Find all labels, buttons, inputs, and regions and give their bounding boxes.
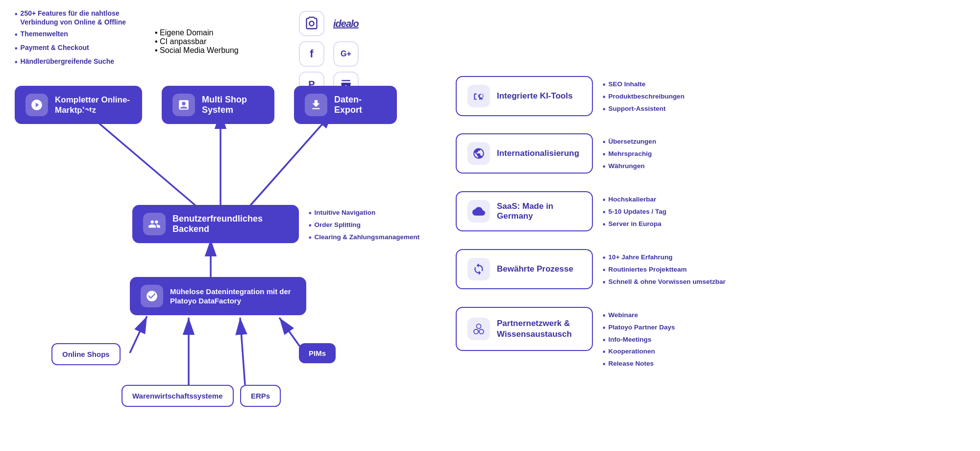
bullet-icon: • <box>15 30 18 40</box>
saas-bullet: Server in Europa <box>603 220 666 230</box>
marktplatz-box: Kompletter Online-Marktplatz <box>15 86 142 124</box>
prozesse-bullet: 10+ Jahre Erfahrung <box>603 253 726 263</box>
svg-line-9 <box>240 318 245 385</box>
online-shops-label: Online Shops <box>62 350 110 358</box>
internationalisierung-section: Internationalisierung Übersetzungen Mehr… <box>456 133 656 174</box>
bullet-icon: • <box>155 37 158 46</box>
marktplatz-label: Kompletter Online-Marktplatz <box>55 95 131 116</box>
backend-bullet: Clearing & Zahlungsmanagement <box>309 233 419 243</box>
feature-text: Social Media Werbung <box>160 46 239 54</box>
internationalisierung-icon <box>467 142 490 165</box>
saas-bullet: 5-10 Updates / Tag <box>603 207 666 218</box>
partner-bullet: Info-Meetings <box>603 335 675 346</box>
datenexport-label: Daten-Export <box>334 95 386 115</box>
integration-logos: idealo f G+ P <box>299 11 359 97</box>
datafactory-box: Mühelose Datenintegration mit der Platoy… <box>130 277 306 315</box>
idealo-logo: idealo <box>333 18 359 29</box>
saas-label: SaaS: Made in Germany <box>497 201 581 221</box>
saas-icon <box>467 200 490 223</box>
left-features-col2: • Eigene Domain • CI anpassbar • Social … <box>155 28 258 55</box>
prozesse-bullet: Routiniertes Projektteam <box>603 265 726 276</box>
feature-text: Eigene Domain <box>160 28 213 37</box>
bullet-icon: • <box>15 44 18 54</box>
feature-item: • Payment & Checkout <box>15 43 147 54</box>
prozesse-icon <box>467 258 490 280</box>
ki-tools-label: Integrierte KI-Tools <box>497 91 573 101</box>
saas-section: SaaS: Made in Germany Hochskalierbar 5-1… <box>456 191 666 231</box>
google-logo: G+ <box>333 41 359 67</box>
ki-bullet: Support-Assistent <box>603 104 685 115</box>
partner-bullet: Webinare <box>603 311 675 321</box>
ki-bullet: SEO Inhalte <box>603 80 685 90</box>
int-bullet: Währungen <box>603 162 656 172</box>
backend-bullets: Intuitive Navigation Order Splitting Cle… <box>309 208 419 245</box>
feature-text: Händlerübergreifende Suche <box>21 57 114 66</box>
logo-row-1: idealo <box>299 11 359 36</box>
int-bullet: Übersetzungen <box>603 137 656 148</box>
feature-item: • Social Media Werbung <box>155 46 258 55</box>
backend-icon <box>143 213 166 235</box>
backend-bullet: Intuitive Navigation <box>309 208 419 219</box>
erps-box: ERPs <box>240 385 281 407</box>
int-bullet: Mehrsprachig <box>603 150 656 160</box>
partnernetzwerk-icon <box>467 318 490 340</box>
bullet-icon: • <box>15 9 18 20</box>
backend-label: Benutzerfreundliches Backend <box>172 214 288 234</box>
backend-bullet: Order Splitting <box>309 221 419 231</box>
feature-text: 250+ Features für die nahtlose Verbindun… <box>21 9 147 26</box>
ki-tools-section: Integrierte KI-Tools SEO Inhalte Produkt… <box>456 76 685 116</box>
logo-row-2: f G+ <box>299 41 359 67</box>
backend-box: Benutzerfreundliches Backend <box>132 205 299 243</box>
feature-item: • 250+ Features für die nahtlose Verbind… <box>15 9 147 26</box>
partnernetzwerk-section: Partnernetzwerk & Wissensaustausch Webin… <box>456 307 675 372</box>
ki-bullet: Produktbeschreibungen <box>603 92 685 102</box>
warenwirtschaft-label: Warenwirtschaftssysteme <box>132 392 223 400</box>
datafactory-label: Mühelose Datenintegration mit der Platoy… <box>170 287 295 306</box>
feature-item: • Händlerübergreifende Suche <box>15 57 147 68</box>
multishop-box: Multi Shop System <box>162 86 274 124</box>
marktplatz-icon <box>25 94 48 116</box>
bullet-icon: • <box>155 28 158 37</box>
warenwirtschaft-box: Warenwirtschaftssysteme <box>122 385 234 407</box>
bullet-icon: • <box>15 57 18 68</box>
pims-label: PIMs <box>309 349 326 357</box>
feature-item: • Themenwelten <box>15 29 147 40</box>
svg-line-6 <box>130 316 147 353</box>
prozesse-bullet: Schnell & ohne Vorwissen umsetzbar <box>603 277 726 288</box>
prozesse-label: Bewährte Prozesse <box>497 264 573 274</box>
saas-bullet: Hochskalierbar <box>603 195 666 205</box>
idealo-text: idealo <box>333 18 359 29</box>
datenexport-icon <box>305 94 327 116</box>
left-features-col1: • 250+ Features für die nahtlose Verbind… <box>15 9 147 71</box>
feature-text: CI anpassbar <box>160 37 206 46</box>
datenexport-box: Daten-Export <box>294 86 397 124</box>
datafactory-icon <box>141 285 163 307</box>
partner-bullet: Release Notes <box>603 359 675 370</box>
online-shops-box: Online Shops <box>51 343 121 365</box>
pims-box: PIMs <box>299 343 336 363</box>
multishop-label: Multi Shop System <box>202 95 264 115</box>
feature-item: • CI anpassbar <box>155 37 258 46</box>
prozesse-section: Bewährte Prozesse 10+ Jahre Erfahrung Ro… <box>456 249 726 289</box>
feature-text: Payment & Checkout <box>21 43 89 52</box>
camera-logo <box>299 11 324 36</box>
partnernetzwerk-label: Partnernetzwerk & Wissensaustausch <box>497 318 581 340</box>
main-container: • 250+ Features für die nahtlose Verbind… <box>0 0 980 451</box>
svg-line-4 <box>250 112 333 206</box>
ki-tools-icon <box>467 85 490 107</box>
partner-bullet: Platoyo Partner Days <box>603 323 675 333</box>
bullet-icon: • <box>155 46 158 54</box>
internationalisierung-label: Internationalisierung <box>497 149 579 158</box>
facebook-logo: f <box>299 41 324 67</box>
feature-text: Themenwelten <box>21 29 68 38</box>
feature-item: • Eigene Domain <box>155 28 258 37</box>
erps-label: ERPs <box>251 392 270 400</box>
partner-bullet: Kooperationen <box>603 347 675 357</box>
multishop-icon <box>172 94 195 116</box>
